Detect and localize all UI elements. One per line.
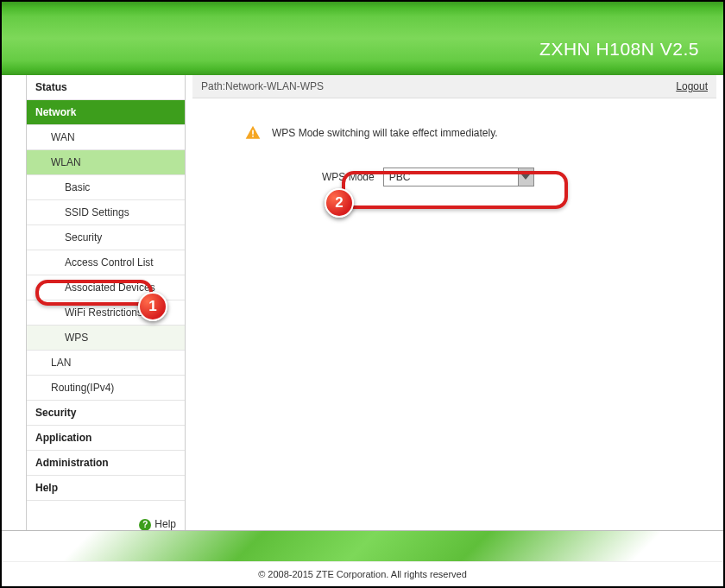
help-link[interactable]: Help: [154, 518, 176, 530]
nav-application[interactable]: Application: [27, 426, 185, 451]
nav-help[interactable]: Help: [27, 476, 185, 501]
app-window: ZXHN H108N V2.5 Status Network WAN WLAN …: [0, 0, 725, 588]
nav-status[interactable]: Status: [27, 75, 185, 100]
footer: © 2008-2015 ZTE Corporation. All rights …: [2, 530, 723, 586]
svg-rect-1: [252, 136, 254, 137]
breadcrumb-bar: Path:Network-WLAN-WPS Logout: [192, 75, 716, 98]
wps-mode-select[interactable]: PBC: [383, 168, 534, 187]
logout-link[interactable]: Logout: [676, 80, 708, 92]
nav-wan[interactable]: WAN: [27, 125, 185, 150]
nav-wlan-ssid[interactable]: SSID Settings: [27, 200, 185, 225]
help-icon[interactable]: ?: [139, 519, 151, 531]
nav-administration[interactable]: Administration: [27, 451, 185, 476]
footer-decoration: [2, 530, 723, 561]
nav-wlan-basic[interactable]: Basic: [27, 175, 185, 200]
nav-security[interactable]: Security: [27, 401, 185, 426]
wps-mode-label: WPS Mode: [322, 171, 375, 183]
nav-routing[interactable]: Routing(IPv4): [27, 376, 185, 401]
nav-wlan-assoc[interactable]: Associated Devices: [27, 275, 185, 300]
header: ZXHN H108N V2.5: [2, 2, 723, 75]
main-area: Status Network WAN WLAN Basic SSID Setti…: [2, 75, 723, 533]
nav-wlan-acl[interactable]: Access Control List: [27, 250, 185, 275]
nav-network[interactable]: Network: [27, 100, 185, 125]
breadcrumb: Path:Network-WLAN-WPS: [201, 80, 324, 92]
nav-wlan-wifi-restrict[interactable]: WiFi Restrictions: [27, 300, 185, 326]
notice-row: WPS Mode switching will take effect imme…: [244, 124, 716, 142]
wps-mode-row: WPS Mode PBC: [322, 168, 716, 187]
warning-icon: [244, 124, 262, 142]
device-model-title: ZXHN H108N V2.5: [539, 39, 699, 60]
copyright: © 2008-2015 ZTE Corporation. All rights …: [2, 561, 723, 586]
sidebar: Status Network WAN WLAN Basic SSID Setti…: [26, 75, 186, 533]
nav-wlan[interactable]: WLAN: [27, 150, 185, 175]
notice-text: WPS Mode switching will take effect imme…: [272, 127, 498, 139]
nav-wlan-security[interactable]: Security: [27, 225, 185, 250]
chevron-down-icon: [518, 168, 533, 186]
wps-mode-value: PBC: [389, 171, 411, 183]
nav-lan[interactable]: LAN: [27, 351, 185, 376]
svg-rect-0: [252, 130, 254, 135]
nav-wlan-wps[interactable]: WPS: [27, 326, 185, 351]
content-pane: Path:Network-WLAN-WPS Logout WPS Mode sw…: [192, 75, 716, 533]
